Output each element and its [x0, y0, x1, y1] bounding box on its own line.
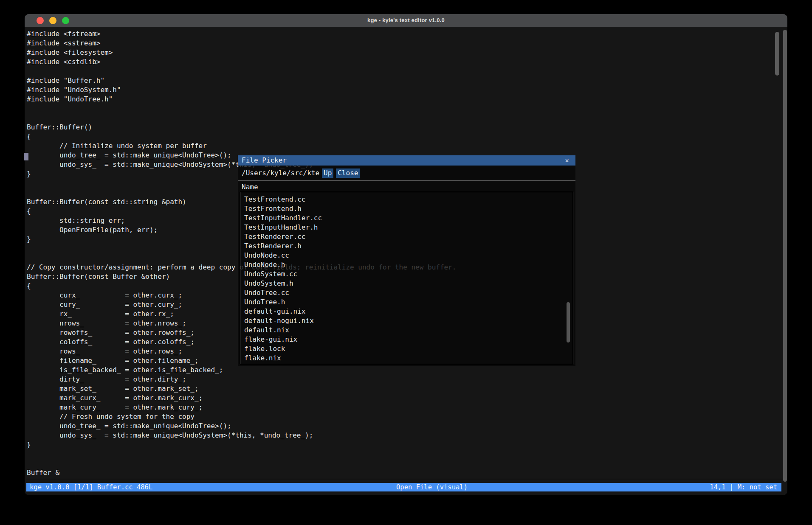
file-item[interactable]: TestFrontend.cc [240, 195, 573, 204]
file-item[interactable]: TestInputHandler.cc [240, 213, 573, 223]
file-item[interactable]: TestRenderer.h [240, 241, 573, 251]
up-button[interactable]: Up [322, 168, 333, 178]
close-icon[interactable]: ✕ [563, 155, 571, 166]
file-item[interactable]: default-nogui.nix [240, 316, 573, 326]
file-item[interactable]: UndoNode.cc [240, 251, 573, 260]
file-item[interactable]: flake.lock [240, 344, 573, 354]
file-item[interactable]: UndoTree.cc [240, 288, 573, 298]
desktop: kge - kyle's text editor v1.0.0 #include… [0, 0, 812, 525]
window-scrollbar[interactable] [783, 30, 787, 482]
close-button[interactable]: Close [336, 168, 360, 178]
file-item[interactable]: default-gui.nix [240, 307, 573, 316]
status-bar: kge v1.0.0 [1/1] Buffer.cc 486L Open Fil… [26, 483, 781, 491]
file-picker-title-bar[interactable]: File Picker ✕ [238, 155, 575, 166]
file-picker-path-row: /Users/kyle/src/kteUpClose [242, 168, 360, 178]
editor-scrollbar-thumb[interactable] [775, 32, 779, 76]
file-item[interactable]: default.nix [240, 326, 573, 335]
current-path: /Users/kyle/src/kte [242, 169, 319, 177]
file-item[interactable]: UndoTree.h [240, 298, 573, 307]
file-list: TestFrontend.cc TestFrontend.h TestInput… [240, 192, 573, 364]
file-item[interactable]: flake-gui.nix [240, 335, 573, 344]
file-list-scrollbar-thumb[interactable] [567, 302, 570, 343]
file-item[interactable]: TestRenderer.cc [240, 232, 573, 241]
status-mode: Open File (visual) [396, 483, 468, 491]
file-item[interactable]: flake.nix [240, 354, 573, 363]
file-item[interactable]: TestFrontend.h [240, 204, 573, 213]
divider [238, 180, 575, 181]
file-item[interactable]: UndoSystem.h [240, 279, 573, 288]
file-picker-title: File Picker [242, 155, 287, 166]
text-cursor [24, 153, 28, 160]
window-title: kge - kyle's text editor v1.0.0 [25, 14, 787, 27]
file-item[interactable]: UndoSystem.cc [240, 270, 573, 279]
file-picker-dialog: File Picker ✕ /Users/kyle/src/kteUpClose… [238, 155, 575, 366]
divider [26, 479, 786, 479]
file-item[interactable]: TestInputHandler.h [240, 223, 573, 232]
file-item[interactable]: UndoNode.h [240, 260, 573, 270]
status-file-info: kge v1.0.0 [1/1] Buffer.cc 486L [30, 483, 152, 491]
name-column-header: Name [242, 182, 258, 192]
status-cursor-mark: 14,1 | M: not set [710, 483, 777, 491]
